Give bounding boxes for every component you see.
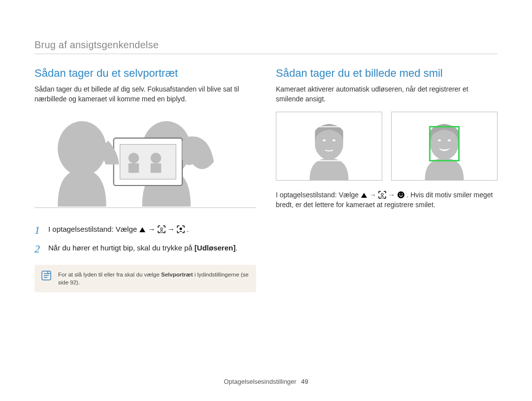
svg-point-10 — [160, 228, 162, 230]
svg-point-6 — [151, 153, 161, 163]
up-triangle-icon — [361, 191, 367, 199]
self-portrait-icon — [177, 225, 185, 233]
svg-point-19 — [438, 139, 441, 141]
step-1-number: 1 — [34, 224, 48, 237]
svg-rect-5 — [129, 163, 139, 173]
face-neutral-svg — [276, 112, 382, 180]
face-detect-off-icon: OFF — [378, 191, 386, 199]
svg-point-25 — [398, 191, 404, 198]
left-intro: Sådan tager du et billede af dig selv. F… — [34, 85, 256, 104]
page-number: 49 — [301, 378, 308, 385]
note-prefix: For at slå lyden til eller fra skal du v… — [58, 272, 161, 278]
step-2-prefix: Når du hører et hurtigt bip, skal du try… — [48, 244, 195, 252]
svg-text:OFF: OFF — [380, 197, 385, 199]
section-title: Brug af ansigtsgenkendelse — [34, 39, 498, 51]
up-triangle-icon — [139, 225, 146, 233]
svg-marker-9 — [139, 227, 145, 232]
right-para-prefix: I optagelsestilstand: Vælge — [276, 191, 361, 199]
step-1-text: I optagelsestilstand: Vælge → OFF → . — [48, 224, 189, 237]
svg-point-26 — [399, 193, 400, 194]
section-rule — [34, 54, 498, 54]
note-info-icon — [41, 271, 51, 280]
step-1-prefix: I optagelsestilstand: Vælge — [48, 225, 139, 233]
arrow-icon: → — [388, 191, 397, 199]
page-footer: Optagelselsesindstillinger 49 — [0, 378, 532, 385]
step-2-number: 2 — [34, 243, 48, 255]
note-bold: Selvportræt — [161, 272, 193, 278]
left-heading: Sådan tager du et selvportræt — [34, 67, 256, 80]
step-2-bold: [Udløseren] — [195, 244, 235, 252]
note-text: For at slå lyden til eller fra skal du v… — [58, 271, 249, 286]
step-2-suffix: . — [235, 244, 237, 252]
svg-point-20 — [448, 139, 451, 141]
face-smile-svg — [392, 112, 497, 180]
step-2-text: Når du hører et hurtigt bip, skal du try… — [48, 243, 237, 255]
svg-point-16 — [332, 139, 335, 141]
step-1: 1 I optagelsestilstand: Vælge → OFF → . — [34, 224, 256, 237]
svg-rect-3 — [120, 145, 176, 180]
svg-point-0 — [58, 121, 106, 176]
selfie-illustration-svg — [34, 112, 256, 212]
footer-label: Optagelselsesindstillinger — [224, 378, 296, 385]
right-heading: Sådan tager du et billede med smil — [276, 67, 498, 80]
right-intro: Kameraet aktiverer automatisk udløseren,… — [276, 85, 498, 104]
face-detect-off-icon: OFF — [158, 225, 166, 233]
svg-point-12 — [179, 227, 182, 230]
svg-text:OFF: OFF — [160, 231, 164, 233]
arrow-icon: → — [148, 225, 157, 233]
svg-point-27 — [401, 193, 402, 194]
right-column: Sådan tager du et billede med smil Kamer… — [276, 67, 498, 292]
arrow-icon: → — [369, 191, 378, 199]
selfie-illustration — [34, 112, 256, 214]
svg-rect-7 — [151, 163, 161, 173]
face-panel-smile — [391, 112, 498, 181]
svg-point-23 — [381, 193, 383, 195]
svg-point-4 — [129, 153, 139, 163]
svg-marker-22 — [361, 193, 367, 198]
left-column: Sådan tager du et selvportræt Sådan tage… — [34, 67, 256, 292]
face-panel-neutral — [276, 112, 382, 181]
svg-point-15 — [323, 139, 326, 141]
step-2: 2 Når du hører et hurtigt bip, skal du t… — [34, 243, 256, 255]
smile-shot-icon — [397, 191, 405, 199]
step-1-suffix: . — [187, 225, 189, 233]
arrow-icon: → — [167, 225, 177, 233]
right-paragraph: I optagelsestilstand: Vælge → OFF → . Hv… — [276, 190, 498, 210]
note-box: For at slå lyden til eller fra skal du v… — [34, 265, 256, 292]
